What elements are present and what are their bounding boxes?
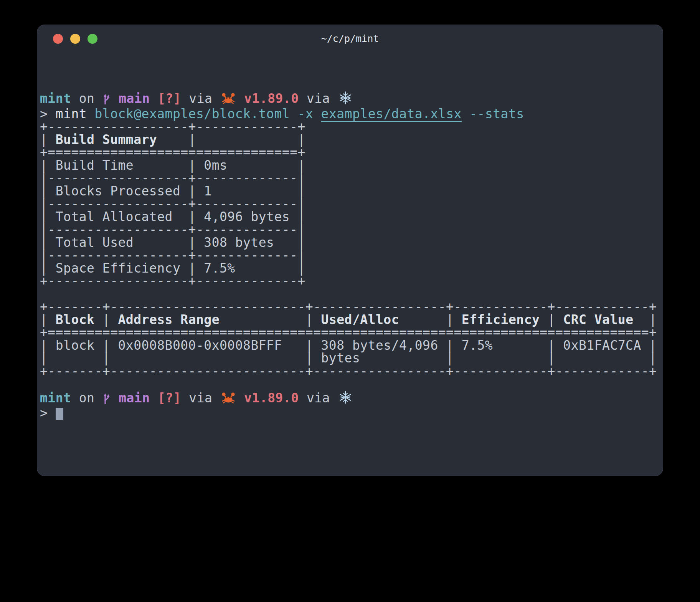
crab-emoji — [221, 92, 236, 107]
text-segment — [236, 390, 244, 405]
text-segment — [150, 390, 158, 405]
text-segment: via — [181, 390, 220, 405]
prompt-directory: mint — [40, 91, 71, 106]
terminal-line: | Space Efficiency | 7.5% | — [40, 262, 661, 275]
prompt-rust-version: v1.89.0 — [244, 91, 299, 106]
terminal-line: +------------------+-------------+ — [40, 120, 661, 133]
snowflake-emoji — [338, 390, 352, 407]
prompt-git-status: [?] — [158, 91, 181, 106]
terminal-line: |------------------+-------------| — [40, 172, 661, 185]
text-segment: on — [71, 390, 102, 405]
text-segment: via — [299, 91, 338, 106]
terminal-line: |------------------+-------------| — [40, 197, 661, 210]
prompt-git-branch: main — [119, 91, 150, 106]
close-button[interactable] — [53, 34, 63, 44]
text-segment — [111, 91, 119, 106]
minimize-button[interactable] — [70, 34, 80, 44]
terminal-line: > — [40, 407, 661, 420]
window-titlebar[interactable]: ~/c/p/mint — [37, 25, 663, 53]
terminal-line: | Total Allocated | 4,096 bytes | — [40, 210, 661, 223]
terminal-line: mint on main [?] via v1.89.0 via — [40, 91, 661, 108]
snowflake-emoji — [338, 91, 352, 107]
zoom-button[interactable] — [88, 34, 97, 44]
terminal-window: ~/c/p/mint mint on main [?] via v1.89.0 … — [37, 25, 663, 476]
text-segment: +------------------+-------------+ — [40, 273, 305, 288]
command-flag: --stats — [469, 106, 524, 121]
text-segment — [111, 390, 119, 405]
prompt-directory: mint — [40, 390, 71, 405]
terminal-line: |------------------+-------------| — [40, 223, 661, 236]
terminal-line: |------------------+-------------| — [40, 249, 661, 262]
git-branch-icon — [102, 93, 111, 108]
prompt-git-status: [?] — [158, 390, 181, 405]
prompt-chevron: > — [40, 405, 56, 420]
terminal-line: +------------------+-------------+ — [40, 275, 661, 288]
terminal-line — [40, 288, 661, 301]
text-segment — [313, 106, 321, 121]
terminal-cursor — [56, 408, 63, 420]
terminal-line: | Build Summary | | — [40, 133, 661, 146]
terminal-line: | | | bytes | | | — [40, 352, 661, 365]
terminal-line: | Build Time | 0ms | — [40, 159, 661, 172]
file-path-link[interactable]: examples/data.xlsx — [321, 106, 462, 121]
prompt-rust-version: v1.89.0 — [244, 390, 299, 405]
terminal-line: | Blocks Processed | 1 | — [40, 185, 661, 198]
text-segment — [462, 106, 469, 121]
text-segment: +-------+-------------------------+-----… — [40, 364, 657, 379]
text-segment: via — [181, 91, 220, 106]
crab-emoji — [221, 391, 236, 407]
text-segment: on — [71, 91, 102, 106]
git-branch-icon — [102, 392, 111, 407]
terminal-output[interactable]: mint on main [?] via v1.89.0 via > mint … — [40, 77, 661, 473]
terminal-line: | block | 0x0008B000-0x0008BFFF | 308 by… — [40, 339, 661, 352]
terminal-line: > mint block@examples/block.toml -x exam… — [40, 108, 661, 121]
terminal-line — [40, 377, 661, 390]
traffic-lights — [53, 34, 97, 44]
window-title: ~/c/p/mint — [321, 25, 379, 53]
terminal-line: | Total Used | 308 bytes | — [40, 236, 661, 249]
terminal-line: mint on main [?] via v1.89.0 via — [40, 390, 661, 407]
terminal-line: +================================+ — [40, 146, 661, 159]
text-segment: via — [299, 390, 338, 405]
text-segment — [236, 91, 244, 106]
text-segment — [150, 91, 158, 106]
terminal-line: | Block | Address Range | Used/Alloc | E… — [40, 313, 661, 326]
terminal-line: +-------+-------------------------+-----… — [40, 365, 661, 378]
prompt-git-branch: main — [119, 390, 150, 405]
terminal-line: +-------+-------------------------+-----… — [40, 300, 661, 313]
terminal-line: +=======================================… — [40, 326, 661, 339]
